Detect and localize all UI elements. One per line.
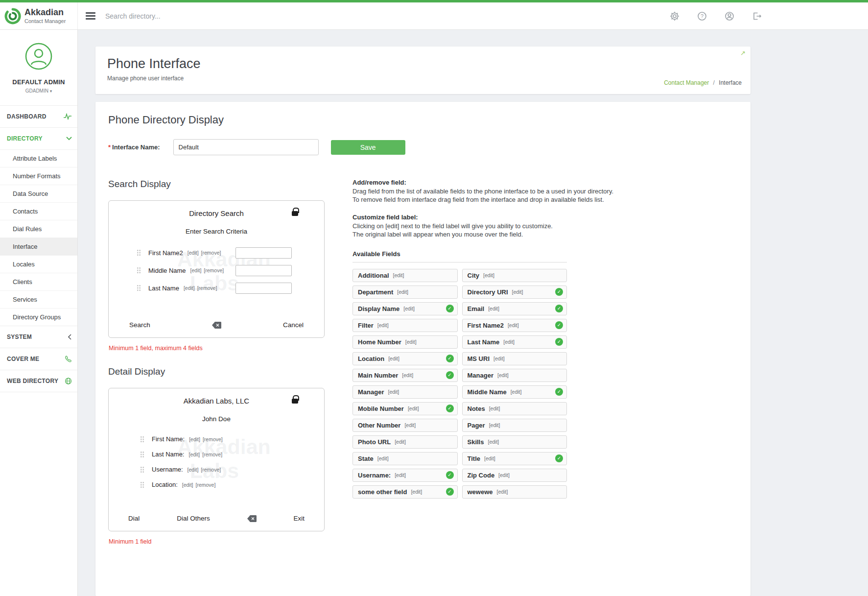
edit-field-link[interactable]: [edit] [498,472,510,478]
edit-field-link[interactable]: [edit] [497,489,508,495]
edit-field-link[interactable]: [edit] [508,322,519,328]
available-field-chip[interactable]: City [edit] ✓ [462,269,567,282]
drag-handle-icon[interactable] [140,451,144,458]
remove-field-link[interactable]: [remove] [204,267,224,273]
brand[interactable]: Akkadian Contact Manager [0,2,78,29]
edit-field-link[interactable]: [edit] [493,356,505,361]
edit-field-link[interactable]: [edit] [188,452,200,457]
available-field-chip[interactable]: Skills [edit] ✓ [462,435,567,449]
available-field-chip[interactable]: First Name2 [edit] ✓ [462,319,567,332]
available-field-chip[interactable]: Notes [edit] ✓ [462,402,567,415]
sidebar-section-directory[interactable]: DIRECTORY [0,127,77,149]
help-button[interactable]: ? [697,11,707,22]
edit-field-link[interactable]: [edit] [189,436,200,442]
available-field-chip[interactable]: Directory URI [edit] ✓ [462,286,567,299]
sidebar-section-system[interactable]: SYSTEM [0,326,77,348]
interface-name-input[interactable] [173,139,319,155]
sidebar-item[interactable]: Contacts [0,202,77,220]
drag-handle-icon[interactable] [140,436,144,443]
edit-field-link[interactable]: [edit] [182,482,193,488]
available-field-chip[interactable]: Username: [edit] ✓ [352,469,458,482]
available-field-chip[interactable]: Location [edit] ✓ [352,352,458,365]
sidebar-item[interactable]: Interface [0,238,77,255]
available-field-chip[interactable]: Zip Code [edit] ✓ [462,469,567,482]
available-field-chip[interactable]: State [edit] ✓ [352,452,458,465]
breadcrumb-parent-link[interactable]: Contact Manager [664,79,709,86]
edit-field-link[interactable]: [edit] [488,306,499,311]
edit-field-link[interactable]: [edit] [397,289,408,295]
edit-field-link[interactable]: [edit] [403,306,415,311]
available-field-chip[interactable]: Title [edit] ✓ [462,452,567,465]
edit-field-link[interactable]: [edit] [388,356,399,361]
available-field-chip[interactable]: Home Number [edit] ✓ [352,335,458,349]
available-field-chip[interactable]: Filter [edit] ✓ [352,319,458,332]
edit-field-link[interactable]: [edit] [388,389,399,395]
edit-field-link[interactable]: [edit] [405,339,417,345]
expand-icon[interactable]: ↗ [740,49,746,57]
edit-field-link[interactable]: [edit] [489,422,500,428]
edit-field-link[interactable]: [edit] [503,339,515,345]
sidebar-item[interactable]: Directory Groups [0,308,77,326]
available-field-chip[interactable]: Additional [edit] ✓ [352,269,458,282]
menu-toggle-button[interactable] [86,12,95,20]
logout-button[interactable] [751,11,762,22]
available-field-chip[interactable]: Mobile Number [edit] ✓ [352,402,458,415]
edit-field-link[interactable]: [edit] [404,422,416,428]
sidebar-section-cover-me[interactable]: COVER ME [0,348,77,370]
edit-field-link[interactable]: [edit] [488,439,499,445]
edit-field-link[interactable]: [edit] [484,455,495,461]
edit-field-link[interactable]: [edit] [395,439,406,445]
edit-field-link[interactable]: [edit] [377,322,389,328]
available-field-chip[interactable]: some other field [edit] ✓ [352,485,458,499]
edit-field-link[interactable]: [edit] [393,272,404,278]
edit-field-link[interactable]: [edit] [402,372,413,378]
remove-field-link[interactable]: [remove] [201,467,221,473]
edit-field-link[interactable]: [edit] [377,455,389,461]
edit-field-link[interactable]: [edit] [188,467,199,473]
sidebar-section-dashboard[interactable]: DASHBOARD [0,105,77,127]
edit-field-link[interactable]: [edit] [395,472,406,478]
available-field-chip[interactable]: Email [edit] ✓ [462,302,567,315]
sidebar-item[interactable]: Clients [0,273,77,290]
available-field-chip[interactable]: Middle Name [edit] ✓ [462,385,567,399]
sidebar-item[interactable]: Data Source [0,185,77,202]
remove-field-link[interactable]: [remove] [202,452,222,457]
available-field-chip[interactable]: Main Number [edit] ✓ [352,369,458,382]
available-field-chip[interactable]: Manager [edit] ✓ [352,385,458,399]
available-field-chip[interactable]: Pager [edit] ✓ [462,419,567,432]
available-field-chip[interactable]: Last Name [edit] ✓ [462,335,567,349]
available-field-chip[interactable]: MS URI [edit] ✓ [462,352,567,365]
edit-field-link[interactable]: [edit] [411,489,422,495]
edit-field-link[interactable]: [edit] [489,405,500,411]
available-field-chip[interactable]: wewewe [edit] ✓ [462,485,567,499]
account-button[interactable] [724,11,735,22]
sidebar-item[interactable]: Services [0,290,77,308]
edit-field-link[interactable]: [edit] [497,372,509,378]
edit-field-link[interactable]: [edit] [408,405,419,411]
available-field-chip[interactable]: Display Name [edit] ✓ [352,302,458,315]
remove-field-link[interactable]: [remove] [197,285,217,291]
drag-handle-icon[interactable] [137,267,141,274]
available-field-chip[interactable]: Department [edit] ✓ [352,286,458,299]
directory-search-input[interactable] [105,12,448,20]
available-field-chip[interactable]: Other Number [edit] ✓ [352,419,458,432]
remove-field-link[interactable]: [remove] [201,250,221,256]
edit-field-link[interactable]: [edit] [512,289,523,295]
settings-button[interactable] [669,11,680,22]
drag-handle-icon[interactable] [140,466,144,473]
remove-field-link[interactable]: [remove] [203,436,223,442]
remove-field-link[interactable]: [remove] [196,482,216,488]
save-button[interactable]: Save [331,140,405,155]
sidebar-item[interactable]: Locales [0,255,77,273]
edit-field-link[interactable]: [edit] [190,267,202,273]
sidebar-item[interactable]: Attribute Labels [0,149,77,167]
available-field-chip[interactable]: Photo URL [edit] ✓ [352,435,458,449]
edit-field-link[interactable]: [edit] [511,389,522,395]
edit-field-link[interactable]: [edit] [188,250,199,256]
sidebar-section-web-directory[interactable]: WEB DIRECTORY [0,370,77,392]
edit-field-link[interactable]: [edit] [483,272,494,278]
sidebar-item[interactable]: Dial Rules [0,220,77,238]
drag-handle-icon[interactable] [137,285,141,291]
drag-handle-icon[interactable] [140,481,144,488]
available-field-chip[interactable]: Manager [edit] ✓ [462,369,567,382]
